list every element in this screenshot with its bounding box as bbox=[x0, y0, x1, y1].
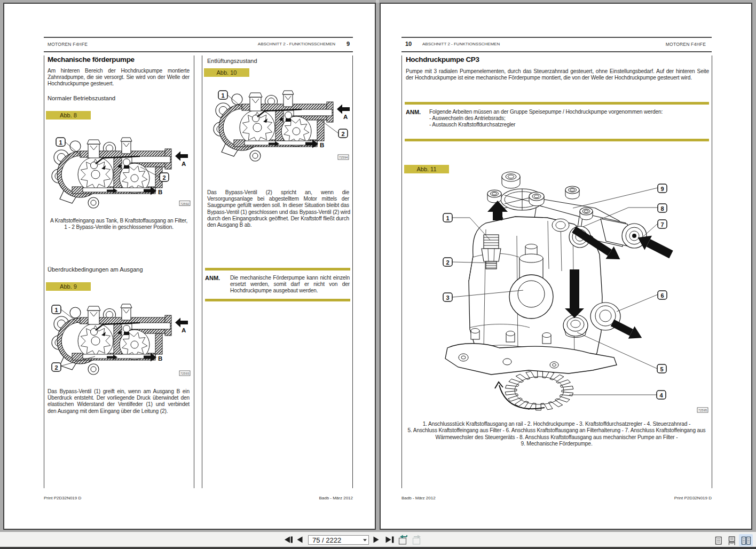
svg-text:5: 5 bbox=[660, 366, 663, 372]
svg-text:7: 7 bbox=[660, 221, 664, 228]
svg-text:1: 1 bbox=[221, 92, 224, 99]
svg-text:1: 1 bbox=[59, 139, 62, 146]
svg-text:72593: 72593 bbox=[180, 372, 190, 375]
svg-text:8: 8 bbox=[660, 205, 664, 212]
svg-text:1: 1 bbox=[54, 307, 58, 313]
svg-text:72595: 72595 bbox=[698, 409, 707, 412]
svg-text:2: 2 bbox=[341, 131, 344, 137]
svg-text:6: 6 bbox=[660, 292, 664, 299]
svg-text:72594: 72594 bbox=[339, 156, 348, 159]
svg-text:9: 9 bbox=[660, 186, 664, 192]
svg-text:1: 1 bbox=[446, 215, 449, 221]
svg-text:72592: 72592 bbox=[180, 202, 190, 205]
svg-text:2: 2 bbox=[54, 364, 58, 371]
svg-text:2: 2 bbox=[446, 259, 449, 266]
svg-text:4: 4 bbox=[659, 392, 663, 399]
svg-text:2: 2 bbox=[162, 174, 166, 181]
svg-text:3: 3 bbox=[446, 295, 449, 301]
